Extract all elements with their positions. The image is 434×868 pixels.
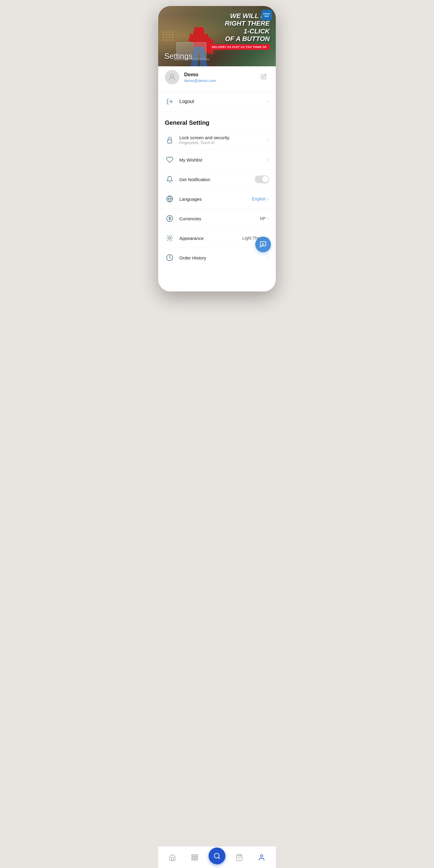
logo-badge: Deliver Mart xyxy=(261,10,272,21)
page-title: Settings xyxy=(164,52,193,61)
languages-content: Languages xyxy=(179,196,252,202)
profile-email: demo@demo.com xyxy=(184,79,258,83)
order-history-content: Order History xyxy=(179,255,268,260)
main-content: Demo demo@demo.com Logout › xyxy=(158,63,276,291)
hero-text-block: WE WILL BE RIGHT THERE 1-CLICK OF A BUTT… xyxy=(209,12,270,50)
order-history-right: › xyxy=(268,255,269,260)
currencies-right: NP › xyxy=(260,216,269,221)
lock-screen-subtitle: Fingerprints, Touch ID xyxy=(179,141,268,145)
languages-chevron: › xyxy=(268,196,269,202)
logout-label: Logout xyxy=(179,99,268,104)
profile-name: Demo xyxy=(184,72,258,78)
wishlist-chevron: › xyxy=(268,157,269,162)
svg-line-9 xyxy=(167,236,167,236)
notification-icon xyxy=(165,175,175,184)
settings-row-languages[interactable]: Languages English › xyxy=(158,189,276,209)
languages-value: English xyxy=(252,196,266,201)
hero-banner: WE WILL BE RIGHT THERE 1-CLICK OF A BUTT… xyxy=(158,6,276,66)
currencies-icon xyxy=(165,214,175,223)
appearance-content: Appearance xyxy=(179,236,242,241)
logout-icon xyxy=(165,97,175,106)
order-history-chevron: › xyxy=(268,255,269,260)
wishlist-right: › xyxy=(268,157,269,162)
phone-container: WE WILL BE RIGHT THERE 1-CLICK OF A BUTT… xyxy=(158,6,276,291)
svg-line-14 xyxy=(172,236,172,236)
profile-info: Demo demo@demo.com xyxy=(184,72,258,83)
logout-chevron: › xyxy=(268,99,269,104)
notification-label: Get Notification xyxy=(179,177,255,182)
lock-icon xyxy=(165,135,175,145)
notification-right[interactable] xyxy=(255,176,269,183)
notification-content: Get Notification xyxy=(179,177,255,182)
appearance-icon xyxy=(165,233,175,243)
currencies-label: Currencies xyxy=(179,216,260,221)
wishlist-icon xyxy=(165,155,175,164)
currencies-value: NP xyxy=(260,216,266,221)
languages-right: English › xyxy=(252,196,269,202)
svg-point-6 xyxy=(168,237,171,239)
edit-profile-button[interactable] xyxy=(258,71,269,84)
lock-screen-chevron: › xyxy=(268,137,269,143)
chat-fab-button[interactable] xyxy=(255,237,271,252)
settings-row-lock-screen[interactable]: Lock screen and security Fingerprints, T… xyxy=(158,130,276,150)
wishlist-content: My Wishlist xyxy=(179,157,268,162)
svg-line-10 xyxy=(172,240,172,240)
notification-toggle[interactable] xyxy=(255,176,269,183)
svg-line-13 xyxy=(167,240,167,240)
settings-row-currencies[interactable]: Currencies NP › xyxy=(158,209,276,228)
hero-main-text: WE WILL BE RIGHT THERE 1-CLICK OF A BUTT… xyxy=(209,12,270,42)
appearance-label: Appearance xyxy=(179,236,242,241)
profile-section[interactable]: Demo demo@demo.com xyxy=(158,63,276,91)
svg-point-0 xyxy=(170,74,173,77)
wishlist-label: My Wishlist xyxy=(179,157,268,162)
order-history-label: Order History xyxy=(179,255,268,260)
languages-icon xyxy=(165,194,175,204)
avatar xyxy=(165,70,179,84)
languages-label: Languages xyxy=(179,196,252,202)
general-section-header: General Setting xyxy=(158,112,276,130)
order-history-icon xyxy=(165,253,175,262)
lock-screen-content: Lock screen and security Fingerprints, T… xyxy=(179,135,268,145)
svg-rect-2 xyxy=(167,140,172,143)
settings-row-wishlist[interactable]: My Wishlist › xyxy=(158,150,276,169)
lock-screen-right: › xyxy=(268,137,269,143)
toggle-thumb xyxy=(262,176,269,183)
logout-row[interactable]: Logout › xyxy=(158,91,276,112)
currencies-content: Currencies xyxy=(179,216,260,221)
hero-sub-text: DELIVERY AS FAST AS YOU THINK OF xyxy=(209,44,270,50)
decorative-dots xyxy=(163,31,174,41)
currencies-chevron: › xyxy=(268,216,269,221)
settings-row-notification[interactable]: Get Notification xyxy=(158,169,276,189)
lock-screen-label: Lock screen and security xyxy=(179,135,268,140)
